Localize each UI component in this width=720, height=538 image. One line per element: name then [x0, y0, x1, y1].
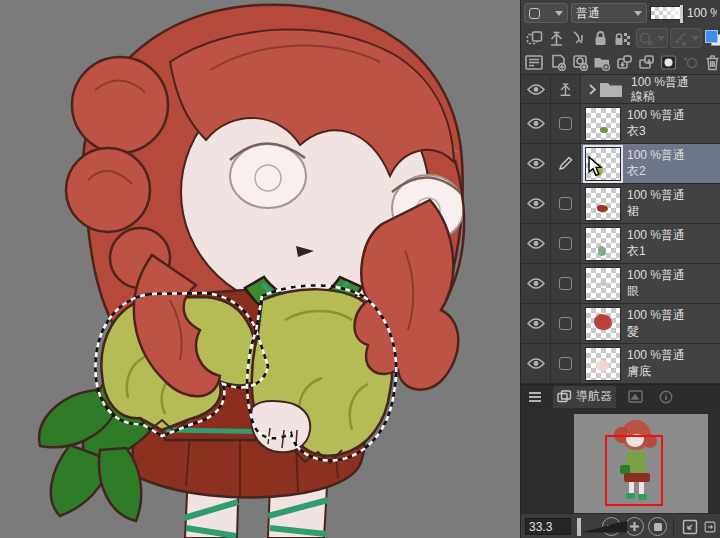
layer-row-skin-base[interactable]: 100 %普通 膚底 — [521, 344, 720, 384]
blend-mode-dropdown[interactable]: 普通 — [571, 3, 647, 23]
tab-subview[interactable] — [624, 386, 647, 408]
layer-thumbnail[interactable] — [585, 107, 621, 141]
reference-layer-icon[interactable] — [546, 28, 566, 48]
fit-width-icon[interactable] — [704, 517, 716, 537]
panel-menu-icon[interactable] — [525, 387, 545, 407]
info-tab-icon — [659, 390, 673, 404]
checkbox-icon — [559, 317, 572, 330]
eye-icon — [527, 158, 545, 169]
layer-row-cloth1[interactable]: 100 %普通 衣1 — [521, 224, 720, 264]
tab-label: 導航器 — [576, 388, 612, 405]
chevron-down-icon — [691, 36, 699, 41]
zoom-slider[interactable] — [575, 518, 594, 536]
editing-layer-indicator[interactable] — [551, 144, 581, 183]
layer-check-indicator[interactable] — [551, 304, 581, 343]
checkbox-icon — [559, 237, 572, 250]
layer-check-indicator[interactable] — [551, 344, 581, 383]
thumbnail-paint-mark — [600, 282, 607, 286]
palette-menu-icon[interactable] — [524, 52, 544, 72]
navigator-canvas-preview[interactable] — [574, 414, 708, 513]
thumbnail-paint-mark — [596, 360, 609, 371]
thumbnail-paint-mark — [597, 205, 608, 212]
navigator-tab-icon — [557, 390, 572, 403]
layer-thumbnail[interactable] — [585, 307, 621, 341]
layer-check-indicator[interactable] — [551, 184, 581, 223]
fit-to-screen-icon[interactable] — [680, 517, 700, 537]
navigator-panel — [521, 408, 720, 513]
tab-navigator[interactable]: 導航器 — [553, 386, 616, 408]
delete-layer-icon[interactable] — [702, 52, 720, 72]
thumbnail-paint-mark — [598, 246, 606, 256]
layer-thumbnail[interactable] — [585, 267, 621, 301]
clip-to-layer-below-icon[interactable] — [524, 28, 544, 48]
blend-mode-value: 普通 — [576, 5, 600, 22]
checkbox-icon — [559, 117, 572, 130]
visibility-toggle[interactable] — [521, 75, 551, 103]
visibility-toggle[interactable] — [521, 224, 551, 263]
layer-thumbnail[interactable] — [585, 347, 621, 381]
border-effect-icon — [529, 8, 540, 19]
eye-icon — [527, 278, 545, 289]
lock-transparent-pixels-icon[interactable] — [612, 28, 632, 48]
visibility-toggle[interactable] — [521, 104, 551, 143]
zoom-slider-handle[interactable] — [577, 518, 581, 536]
new-vector-layer-icon[interactable] — [570, 52, 590, 72]
thumbnail-paint-mark — [594, 164, 603, 176]
panel-tab-bar: 導航器 — [521, 384, 720, 408]
visibility-toggle[interactable] — [521, 304, 551, 343]
opacity-slider[interactable] — [650, 6, 684, 20]
transfer-to-lower-layer-icon[interactable] — [614, 52, 634, 72]
zoom-value-input[interactable] — [525, 518, 571, 535]
checkbox-icon — [559, 357, 572, 370]
pen-tool-icon — [558, 82, 573, 97]
layer-thumbnail[interactable] — [585, 147, 621, 181]
layer-check-indicator[interactable] — [551, 104, 581, 143]
layer-check-indicator[interactable] — [551, 224, 581, 263]
visibility-toggle[interactable] — [521, 144, 551, 183]
layer-info: 100 %普通 — [627, 309, 685, 322]
visibility-toggle[interactable] — [521, 264, 551, 303]
layer-name: 衣3 — [627, 125, 685, 138]
layer-info: 100 %普通 — [627, 109, 685, 122]
layer-mask-icon[interactable] — [658, 52, 678, 72]
folder-collapse-chevron-icon[interactable] — [589, 84, 596, 95]
zoom-reset-button[interactable] — [648, 517, 667, 536]
visibility-toggle[interactable] — [521, 344, 551, 383]
layer-info: 100 %普通 — [631, 76, 689, 89]
zoom-in-button[interactable] — [625, 517, 644, 536]
tab-information[interactable] — [655, 386, 677, 408]
eye-icon — [527, 84, 545, 95]
visibility-toggle[interactable] — [521, 184, 551, 223]
draft-layer-icon[interactable] — [568, 28, 588, 48]
navigator-zoom-bar — [521, 513, 720, 538]
layer-effect-dropdown[interactable] — [524, 3, 568, 23]
layer-row-lineart-folder[interactable]: 100 %普通 線稿 — [521, 75, 720, 104]
opacity-slider-handle[interactable] — [680, 5, 683, 23]
merge-down-icon[interactable] — [636, 52, 656, 72]
chevron-down-icon — [657, 36, 665, 41]
layer-info: 100 %普通 — [627, 349, 685, 362]
eye-icon — [527, 318, 545, 329]
canvas[interactable] — [0, 0, 520, 538]
subview-tab-icon — [628, 390, 643, 403]
layer-thumbnail[interactable] — [585, 227, 621, 261]
layer-check-indicator[interactable] — [551, 264, 581, 303]
layer-row-cloth3[interactable]: 100 %普通 衣3 — [521, 104, 720, 144]
new-folder-icon[interactable] — [592, 52, 612, 72]
layer-color-chip[interactable] — [704, 28, 720, 48]
layer-row-cloth2-selected[interactable]: 100 %普通 衣2 — [521, 144, 720, 184]
layer-info: 100 %普通 — [627, 189, 685, 202]
ruler-dropdown — [670, 28, 702, 48]
new-raster-layer-icon[interactable] — [548, 52, 568, 72]
layer-name: 眼 — [627, 285, 685, 298]
layer-info: 100 %普通 — [627, 149, 685, 162]
layer-tool-indicator[interactable] — [551, 75, 581, 103]
opacity-gradient — [651, 7, 683, 19]
lock-layer-icon[interactable] — [590, 28, 610, 48]
layer-row-hair[interactable]: 100 %普通 髮 — [521, 304, 720, 344]
layer-name: 線稿 — [631, 90, 689, 103]
layer-row-eyes[interactable]: 100 %普通 眼 — [521, 264, 720, 304]
navigator-view-rectangle[interactable] — [605, 435, 663, 506]
layer-row-skirt[interactable]: 100 %普通 裙 — [521, 184, 720, 224]
layer-thumbnail[interactable] — [585, 187, 621, 221]
